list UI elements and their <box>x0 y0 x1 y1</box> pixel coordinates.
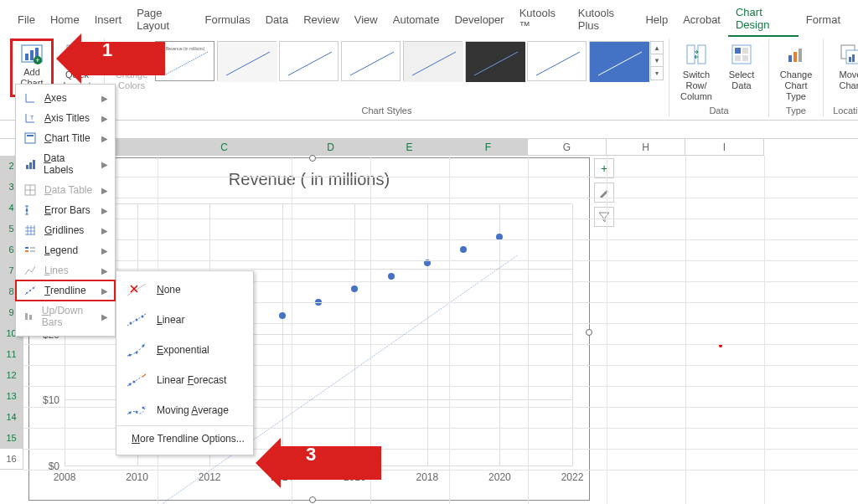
tab-help[interactable]: Help <box>638 9 675 30</box>
row-header[interactable]: 13 <box>0 386 23 407</box>
tab-formulas[interactable]: Formulas <box>198 9 258 30</box>
tab-home[interactable]: Home <box>43 9 87 30</box>
svg-point-69 <box>129 354 132 357</box>
row-header[interactable]: 12 <box>0 365 23 386</box>
svg-rect-56 <box>25 250 28 252</box>
tab-view[interactable]: View <box>347 9 385 30</box>
svg-rect-26 <box>590 42 649 82</box>
menu-item-gridlines[interactable]: Gridlines▶ <box>16 220 115 240</box>
tab-file[interactable]: File <box>10 9 43 30</box>
row-header[interactable]: 11 <box>0 344 23 365</box>
svg-line-16 <box>164 52 208 75</box>
column-header[interactable]: E <box>370 139 449 156</box>
style-thumb[interactable] <box>403 41 463 81</box>
tab-chart-design[interactable]: Chart Design <box>728 2 799 37</box>
menu-item-data-labels[interactable]: Data Labels▶ <box>16 148 115 180</box>
svg-rect-31 <box>735 48 741 54</box>
chart-filter-button[interactable] <box>594 207 614 227</box>
svg-rect-47 <box>33 160 35 169</box>
column-header[interactable]: G <box>528 139 607 156</box>
group-label-data: Data <box>675 105 763 117</box>
style-thumb[interactable] <box>527 41 587 81</box>
svg-point-75 <box>136 411 138 414</box>
svg-text:Revenue (in millions): Revenue (in millions) <box>166 46 205 51</box>
tab-review[interactable]: Review <box>296 9 347 30</box>
tab-acrobat[interactable]: Acrobat <box>675 9 728 30</box>
svg-rect-33 <box>735 55 741 61</box>
style-thumb[interactable] <box>217 41 277 81</box>
trendline-moving-average[interactable]: Moving Average <box>116 395 253 425</box>
svg-rect-62 <box>25 313 28 320</box>
chart-plus-button[interactable]: + <box>594 158 614 178</box>
row-header[interactable]: 15 <box>0 428 23 449</box>
svg-line-19 <box>288 52 332 75</box>
svg-rect-29 <box>698 45 706 64</box>
tab-kutools[interactable]: Kutools ™ <box>512 3 571 36</box>
row-header[interactable]: 14 <box>0 407 23 428</box>
menu-item-legend[interactable]: Legend▶ <box>16 240 115 260</box>
switch-row-column-button[interactable]: Switch Row/ Column <box>675 39 718 105</box>
menu-item-lines: Lines▶ <box>16 260 115 280</box>
trendline-none[interactable]: None <box>116 275 253 305</box>
lines-icon <box>23 265 38 276</box>
svg-rect-1 <box>25 54 28 60</box>
move-chart-button[interactable]: Move Chart <box>829 39 858 94</box>
style-thumb[interactable] <box>465 41 525 81</box>
trendline-moving-average-icon <box>125 400 148 420</box>
chart-brush-button[interactable] <box>594 183 614 203</box>
style-thumb[interactable] <box>279 41 339 81</box>
menu-item-up-down-bars: Up/Down Bars▶ <box>16 301 115 332</box>
up-down-bars-icon <box>23 311 35 322</box>
tab-developer[interactable]: Developer <box>447 9 511 30</box>
tab-automate[interactable]: Automate <box>385 9 447 30</box>
tab-kutools-plus[interactable]: Kutools Plus <box>571 3 638 36</box>
trendline-linear-forecast-icon <box>125 370 148 390</box>
svg-rect-40 <box>849 57 851 62</box>
add-chart-element-menu: Axes▶TAxis Titles▶Chart Title▶Data Label… <box>15 84 116 337</box>
trendline-linear-forecast[interactable]: Linear Forecast <box>116 365 253 395</box>
svg-point-71 <box>142 345 145 347</box>
menu-item-axes[interactable]: Axes▶ <box>16 88 115 108</box>
formula-input[interactable] <box>80 121 858 138</box>
gallery-down-icon[interactable]: ▼ <box>651 54 663 67</box>
menu-item-chart-title[interactable]: Chart Title▶ <box>16 128 115 148</box>
svg-point-59 <box>26 292 28 294</box>
column-header[interactable]: I <box>685 139 764 156</box>
svg-point-68 <box>142 316 144 318</box>
menu-item-trendline[interactable]: Trendline▶ <box>16 280 115 301</box>
column-header[interactable]: D <box>292 139 370 156</box>
tab-data[interactable]: Data <box>258 9 296 30</box>
change-chart-type-button[interactable]: Change Chart Type <box>774 39 818 105</box>
svg-rect-34 <box>742 55 748 61</box>
gallery-up-icon[interactable]: ▲ <box>651 42 663 54</box>
select-data-button[interactable]: Select Data <box>720 39 763 94</box>
tab-format[interactable]: Format <box>799 9 848 30</box>
column-header[interactable]: C <box>158 139 292 156</box>
svg-point-61 <box>33 287 34 289</box>
gallery-more-icon[interactable]: ▾ <box>651 67 663 80</box>
svg-rect-21 <box>404 42 463 82</box>
tab-insert[interactable]: Insert <box>87 9 130 30</box>
trendline-icon <box>23 285 38 296</box>
row-header[interactable]: 16 <box>0 449 23 470</box>
axes-icon <box>23 92 38 104</box>
error-bars-icon <box>23 204 38 216</box>
column-header[interactable]: H <box>607 139 685 156</box>
svg-point-72 <box>129 383 132 386</box>
chart-style-gallery[interactable]: Revenue (in millions) <box>155 39 649 81</box>
menu-item-error-bars[interactable]: Error Bars▶ <box>16 200 115 220</box>
chart-float-buttons: + <box>594 158 614 227</box>
svg-rect-36 <box>793 52 797 62</box>
tab-page-layout[interactable]: Page Layout <box>129 3 197 36</box>
gallery-scroll[interactable]: ▲ ▼ ▾ <box>650 41 664 80</box>
trendline-exponential[interactable]: Exponential <box>116 335 253 365</box>
trendline-linear[interactable]: Linear <box>116 305 253 335</box>
style-thumb[interactable] <box>589 41 649 81</box>
column-header[interactable]: F <box>449 139 528 156</box>
style-thumb[interactable] <box>341 41 401 81</box>
chart-element-icon: + <box>18 44 45 65</box>
more-trendline-options[interactable]: More Trendline Options... <box>116 425 253 451</box>
svg-point-76 <box>142 407 145 409</box>
svg-text:+: + <box>35 56 39 64</box>
menu-item-axis-titles[interactable]: TAxis Titles▶ <box>16 108 115 128</box>
